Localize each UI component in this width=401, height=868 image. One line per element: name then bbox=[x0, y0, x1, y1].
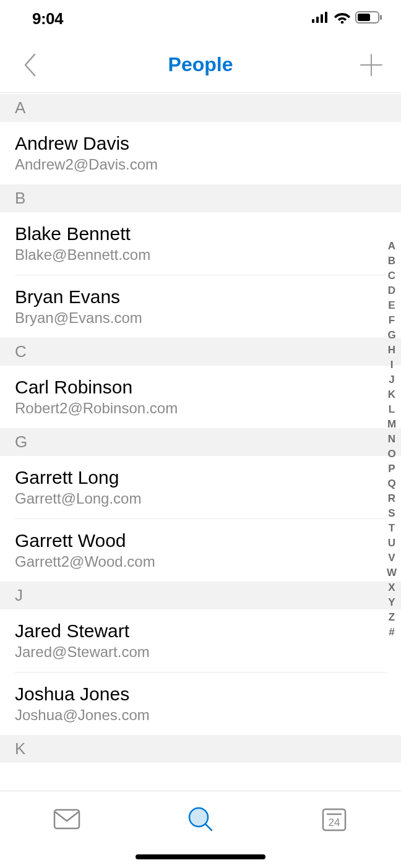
contact-email: Andrew2@Davis.com bbox=[15, 156, 386, 173]
alpha-index-letter[interactable]: # bbox=[385, 625, 399, 640]
contact-name: Andrew Davis bbox=[15, 133, 386, 154]
contact-email: Joshua@Jones.com bbox=[15, 707, 386, 724]
alpha-index-letter[interactable]: X bbox=[385, 580, 399, 595]
alpha-index-letter[interactable]: F bbox=[385, 313, 399, 328]
alpha-index-letter[interactable]: O bbox=[385, 447, 399, 462]
alpha-index-letter[interactable]: B bbox=[385, 254, 399, 269]
contact-row[interactable]: Blake BennettBlake@Bennett.com bbox=[0, 212, 401, 275]
alpha-index-letter[interactable]: T bbox=[385, 521, 399, 536]
search-tab[interactable] bbox=[134, 804, 267, 835]
add-button[interactable] bbox=[358, 51, 385, 79]
svg-rect-1 bbox=[316, 17, 319, 23]
contact-email: Garrett2@Wood.com bbox=[15, 553, 386, 570]
alpha-index-letter[interactable]: E bbox=[385, 298, 399, 313]
page-title: People bbox=[0, 53, 401, 76]
svg-rect-10 bbox=[54, 810, 79, 828]
alpha-index-letter[interactable]: L bbox=[385, 402, 399, 417]
contact-name: Jared Stewart bbox=[15, 621, 386, 642]
alpha-index-letter[interactable]: A bbox=[385, 239, 399, 254]
status-time: 9:04 bbox=[32, 9, 63, 28]
section-header: A bbox=[0, 94, 401, 122]
contact-name: Garrett Long bbox=[15, 467, 386, 488]
wifi-icon bbox=[334, 11, 350, 26]
alpha-index[interactable]: ABCDEFGHIJKLMNOPQRSTUVWXYZ# bbox=[385, 239, 399, 640]
svg-rect-2 bbox=[321, 14, 323, 23]
svg-point-4 bbox=[341, 21, 344, 24]
contact-row[interactable]: Carl RobinsonRobert2@Robinson.com bbox=[0, 366, 401, 428]
section-header: J bbox=[0, 582, 401, 609]
contact-row[interactable]: Bryan EvansBryan@Evans.com bbox=[0, 275, 401, 338]
contact-name: Garrett Wood bbox=[15, 530, 386, 551]
contact-row[interactable]: Jared StewartJared@Stewart.com bbox=[0, 609, 401, 672]
section-header: G bbox=[0, 428, 401, 456]
mail-tab[interactable] bbox=[0, 804, 134, 835]
alpha-index-letter[interactable]: Y bbox=[385, 595, 399, 610]
section-header: C bbox=[0, 338, 401, 366]
search-icon bbox=[188, 806, 213, 832]
cellular-icon bbox=[312, 12, 329, 25]
back-button[interactable] bbox=[16, 51, 43, 79]
alpha-index-letter[interactable]: H bbox=[385, 343, 399, 358]
alpha-index-letter[interactable]: V bbox=[385, 551, 399, 565]
battery-icon bbox=[355, 11, 382, 26]
contact-row[interactable]: Garrett WoodGarrett2@Wood.com bbox=[0, 519, 401, 582]
contact-email: Bryan@Evans.com bbox=[15, 309, 386, 327]
alpha-index-letter[interactable]: M bbox=[385, 417, 399, 432]
contact-row[interactable]: Andrew DavisAndrew2@Davis.com bbox=[0, 122, 401, 184]
alpha-index-letter[interactable]: W bbox=[385, 565, 399, 580]
home-indicator[interactable] bbox=[136, 854, 265, 859]
alpha-index-letter[interactable]: K bbox=[385, 387, 399, 402]
contact-email: Blake@Bennett.com bbox=[15, 246, 386, 264]
section-header: K bbox=[0, 735, 401, 763]
contact-name: Bryan Evans bbox=[15, 286, 386, 307]
contact-email: Robert2@Robinson.com bbox=[15, 400, 386, 417]
calendar-day: 24 bbox=[329, 817, 340, 828]
alpha-index-letter[interactable]: J bbox=[385, 372, 399, 387]
status-icons bbox=[312, 11, 382, 26]
alpha-index-letter[interactable]: I bbox=[385, 358, 399, 372]
alpha-index-letter[interactable]: U bbox=[385, 536, 399, 551]
nav-header: People bbox=[0, 37, 401, 93]
alpha-index-letter[interactable]: S bbox=[385, 506, 399, 521]
alpha-index-letter[interactable]: G bbox=[385, 328, 399, 343]
calendar-tab[interactable]: 24 bbox=[267, 804, 401, 835]
contact-name: Blake Bennett bbox=[15, 223, 386, 244]
svg-rect-7 bbox=[380, 15, 382, 20]
section-header: B bbox=[0, 184, 401, 212]
calendar-icon: 24 bbox=[321, 806, 347, 832]
svg-rect-3 bbox=[325, 12, 327, 23]
alpha-index-letter[interactable]: N bbox=[385, 432, 399, 447]
svg-rect-0 bbox=[312, 19, 314, 23]
status-bar: 9:04 bbox=[0, 0, 401, 37]
alpha-index-letter[interactable]: C bbox=[385, 269, 399, 283]
svg-line-12 bbox=[205, 824, 212, 830]
chevron-left-icon bbox=[23, 53, 37, 77]
contact-email: Garrett@Long.com bbox=[15, 490, 386, 507]
mail-icon bbox=[53, 809, 80, 830]
alpha-index-letter[interactable]: D bbox=[385, 283, 399, 298]
contact-row[interactable]: Garrett LongGarrett@Long.com bbox=[0, 456, 401, 518]
alpha-index-letter[interactable]: R bbox=[385, 491, 399, 506]
svg-rect-6 bbox=[358, 14, 370, 21]
alpha-index-letter[interactable]: Q bbox=[385, 476, 399, 491]
contact-name: Carl Robinson bbox=[15, 377, 386, 398]
contact-row[interactable]: Joshua JonesJoshua@Jones.com bbox=[0, 672, 401, 735]
contact-email: Jared@Stewart.com bbox=[15, 643, 386, 661]
alpha-index-letter[interactable]: Z bbox=[385, 610, 399, 625]
plus-icon bbox=[360, 53, 383, 77]
contact-name: Joshua Jones bbox=[15, 684, 386, 705]
alpha-index-letter[interactable]: P bbox=[385, 462, 399, 476]
contact-list[interactable]: AAndrew DavisAndrew2@Davis.comBBlake Ben… bbox=[0, 94, 401, 791]
